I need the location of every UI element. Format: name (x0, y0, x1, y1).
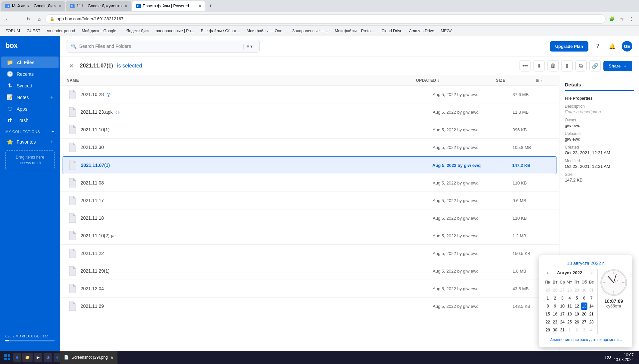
notifications-button[interactable]: 🔔 (607, 41, 618, 52)
calendar-day[interactable]: 1 (566, 326, 573, 334)
calendar-day[interactable]: 20 (581, 310, 587, 318)
bookmark-amazon[interactable]: Amazon Drive (406, 28, 437, 34)
calendar-day[interactable]: 4 (588, 326, 595, 334)
taskbar-media[interactable]: ▶ (34, 353, 42, 362)
search-input[interactable] (79, 44, 241, 49)
table-row[interactable]: 2021.11.29(1) Aug 5, 2022 by giw ewq 1.8… (60, 262, 559, 280)
refresh-button[interactable]: ↻ (24, 14, 33, 24)
sidebar-item-favorites[interactable]: ⭐ Favorites + (1, 136, 59, 148)
download-chevron[interactable]: ∧ (110, 355, 113, 360)
calendar-day[interactable]: 26 (573, 318, 580, 326)
tab-2[interactable]: D 111 – Google Документы ✕ (66, 1, 131, 11)
bookmark-mega[interactable]: MEGA (438, 28, 455, 34)
calendar-day[interactable]: 21 (588, 310, 595, 318)
calendar-day[interactable]: 18 (566, 310, 573, 318)
calendar-day[interactable]: 22 (544, 318, 551, 326)
calendar-day[interactable]: 4 (566, 295, 573, 302)
new-tab-button[interactable]: + (206, 1, 215, 11)
calendar-day[interactable]: 10 (559, 303, 566, 310)
link-button[interactable]: 🔗 (589, 60, 601, 71)
calendar-day[interactable]: 12 (573, 303, 580, 310)
notes-add-icon[interactable]: + (50, 94, 53, 100)
calendar-day[interactable]: 31 (588, 287, 595, 294)
calendar-day[interactable]: 27 (581, 318, 587, 326)
calendar-day[interactable]: 9 (552, 303, 558, 310)
details-tab[interactable]: Details (565, 82, 634, 91)
sidebar-item-apps[interactable]: ⬡ Apps (1, 103, 59, 115)
tab-1[interactable]: G Мой диск – Google Диск ✕ (1, 1, 65, 11)
bookmark-gdrive[interactable]: Мой диск – Google... (79, 28, 122, 34)
home-button[interactable]: ⌂ (35, 14, 44, 24)
tab-2-close[interactable]: ✕ (124, 4, 127, 8)
bookmark-proto[interactable]: Мои файлы – Proto... (332, 28, 377, 34)
upgrade-plan-button[interactable]: Upgrade Plan (550, 41, 588, 52)
upload-button[interactable]: ⬆ (561, 60, 573, 71)
sidebar-item-synced[interactable]: ⇅ Synced (1, 80, 59, 91)
tab-3-close[interactable]: ✕ (198, 4, 201, 8)
calendar-day[interactable]: 31 (559, 326, 566, 334)
bookmark-yadisk[interactable]: Яндекс.Диск (123, 28, 152, 34)
calendar-day[interactable]: 3 (581, 326, 587, 334)
calendar-day[interactable]: 25 (544, 287, 551, 294)
table-row[interactable]: 2021.10.28 ◎ Aug 5, 2022 by giw ewq 37.6… (60, 86, 559, 103)
taskbar-explorer[interactable]: 📁 (22, 353, 33, 362)
bookmark-zap[interactable]: запороненные | Ро... (153, 28, 197, 34)
table-row[interactable]: 2021.12.04 Aug 5, 2022 by giw ewq 43.5 M… (60, 280, 559, 298)
calendar-day[interactable]: 29 (573, 287, 580, 294)
calendar-day[interactable]: 30 (552, 326, 558, 334)
calendar-day[interactable]: 6 (581, 295, 587, 302)
calendar-day[interactable]: 28 (588, 318, 595, 326)
calendar-day[interactable]: 11 (566, 303, 573, 310)
calendar-day[interactable]: 19 (573, 310, 580, 318)
table-row[interactable]: 2021.11.17 Aug 5, 2022 by giw ewq 9.6 MB (60, 192, 559, 209)
help-button[interactable]: ? (592, 41, 603, 52)
bookmark-vx[interactable]: vx-underground (44, 28, 78, 34)
calendar-day[interactable]: 25 (566, 318, 573, 326)
bookmark-one[interactable]: Мои файлы — One... (244, 28, 288, 34)
calendar-day[interactable]: 2 (552, 295, 558, 302)
table-row[interactable]: 2021.11.29 Aug 5, 2022 by giw ewq 143.5 … (60, 298, 559, 315)
calendar-day[interactable]: 8 (544, 303, 551, 310)
calendar-day[interactable]: 23 (552, 318, 558, 326)
tab-1-close[interactable]: ✕ (58, 4, 61, 8)
calendar-day[interactable]: 26 (552, 287, 558, 294)
calendar-settings-link[interactable]: Изменение настроек даты и времени... (549, 337, 622, 342)
bookmark-icloud[interactable]: iCloud Drive (378, 28, 405, 34)
copy-button[interactable]: ⧉ (575, 60, 587, 71)
favorites-add-icon[interactable]: + (50, 139, 53, 145)
calendar-day[interactable]: 15 (544, 310, 551, 318)
calendar-day[interactable]: 30 (581, 287, 587, 294)
collections-add-button[interactable]: + (51, 129, 55, 135)
table-row[interactable]: 2021.11.22 Aug 5, 2022 by giw ewq 150.5 … (60, 245, 559, 262)
avatar[interactable]: GE (622, 41, 632, 52)
menu-button[interactable]: ⋮ (627, 14, 636, 24)
table-row[interactable]: 2021.11.07(1) Aug 5, 2022 by giw ewq 147… (63, 156, 556, 174)
bookmark-all[interactable]: Все файлы / Облак... (198, 28, 243, 34)
favorites-button[interactable]: ☆ (617, 14, 626, 24)
selection-close-button[interactable]: ✕ (67, 61, 76, 70)
bookmark-zap2[interactable]: Запороленные —... (290, 28, 331, 34)
back-button[interactable]: ← (3, 14, 12, 24)
taskbar-time[interactable]: 10:07 13.08.2022 (614, 353, 634, 362)
table-row[interactable]: 2021.11.23.apk ◎ Aug 5, 2022 by giw ewq … (60, 103, 559, 121)
calendar-day[interactable]: 2 (573, 326, 580, 334)
extensions-button[interactable]: 🧩 (607, 14, 616, 24)
calendar-day[interactable]: 3 (559, 295, 566, 302)
table-row[interactable]: 2021.12.30 Aug 5, 2022 by giw ewq 105.8 … (60, 139, 559, 156)
bookmark-guest[interactable]: GUEST (24, 28, 43, 34)
tab-3[interactable]: B Просто файлы | Powered by Box ✕ (132, 1, 205, 11)
bookmark-forum[interactable]: FORUM (3, 28, 23, 34)
search-filter-button[interactable]: ≡ ▾ (243, 44, 255, 49)
calendar-day[interactable]: 28 (566, 287, 573, 294)
forward-button[interactable]: → (13, 14, 23, 24)
delete-button[interactable]: 🗑 (547, 60, 559, 71)
more-options-button[interactable]: ••• (520, 60, 531, 71)
taskbar-chrome[interactable]: ◕ (44, 353, 52, 362)
col-updated-header[interactable]: UPDATED ↓ (416, 78, 496, 83)
calendar-prev-button[interactable]: ‹ (544, 269, 550, 276)
sidebar-item-trash[interactable]: 🗑 Trash (1, 115, 59, 126)
taskbar-ie[interactable]: e (13, 353, 21, 362)
address-bar[interactable]: 🔒 app.box.com/folder/169138212167 (45, 14, 606, 24)
sidebar-item-notes[interactable]: 📝 Notes + (1, 91, 59, 103)
calendar-day[interactable]: 24 (559, 318, 566, 326)
